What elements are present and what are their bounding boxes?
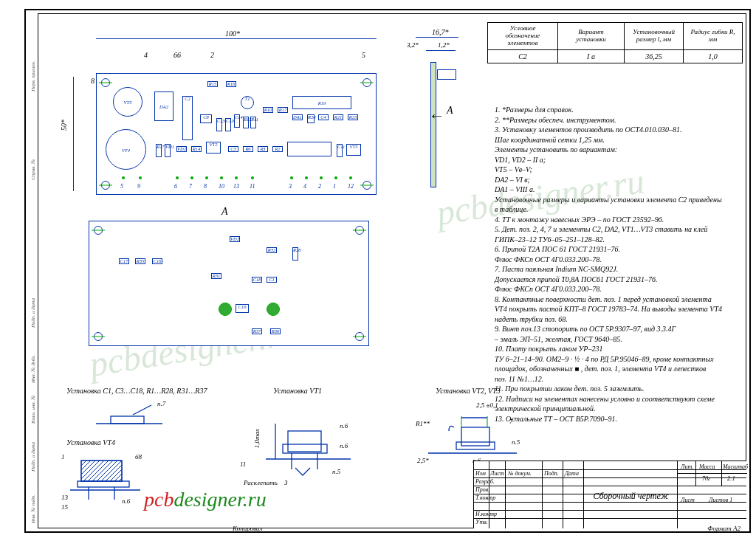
svg-rect-2	[81, 461, 122, 481]
svg-rect-0	[111, 416, 144, 424]
callout: п.5	[332, 468, 340, 475]
table-cell: I а	[558, 49, 625, 63]
margin-label: Инв. № подп.	[30, 494, 36, 523]
comp: R35	[135, 258, 145, 264]
pad-num: 11	[250, 183, 255, 190]
comp: R3	[258, 146, 268, 152]
comp-c2: C2	[182, 96, 193, 140]
callout: 15	[61, 503, 68, 511]
drawing-sheet: pcbdesigner.ru pcbdesigner.ru Перв. прим…	[24, 9, 751, 533]
comp: R32	[267, 247, 277, 253]
dim: 1,0max	[253, 429, 261, 448]
kopir-label: Копировал	[233, 525, 262, 532]
comp: C3	[228, 146, 238, 152]
via	[219, 303, 232, 316]
comp: C19	[236, 304, 249, 313]
pad-num: 1	[333, 183, 336, 190]
table-cell: C2	[488, 49, 558, 63]
url-watermark: pcbdesigner.ru	[144, 488, 267, 511]
pad-num: 2	[318, 183, 321, 190]
callout: п.7	[157, 400, 165, 407]
comp: C8	[200, 114, 212, 123]
table-header: Вариант установки	[558, 23, 625, 50]
callout: 2	[210, 51, 214, 59]
comp-vt5b: VT5	[346, 144, 361, 156]
callout: 68	[135, 453, 142, 461]
comp: VD1	[165, 144, 171, 157]
table-header: Радиус гибки R, мм	[684, 23, 743, 50]
comp-block	[287, 142, 331, 156]
comp: C10	[225, 118, 231, 131]
section-label: А	[221, 206, 228, 218]
comp: R21	[333, 114, 343, 120]
callout: 7	[509, 418, 513, 425]
callout: Расклепать	[244, 479, 278, 486]
comp: R17	[278, 107, 288, 113]
mounting-table: Условное обозначение элементов Вариант у…	[487, 22, 743, 63]
comp: VD2	[176, 146, 187, 152]
comp: C11	[337, 144, 343, 157]
comp-t1: T1	[241, 96, 254, 109]
callout: п.6	[340, 422, 348, 430]
comp: R6	[243, 146, 253, 152]
dim-width: 100*	[225, 30, 240, 38]
callout: R1**	[416, 420, 430, 427]
side-comp	[437, 69, 456, 80]
comp: R37	[252, 328, 262, 334]
pad-num: 12	[348, 183, 354, 190]
comp: R2	[272, 146, 283, 152]
pcb-front-view: 100* 50* 4 66 2 5 8 VT5 VT4 DA2 C2 R15 R…	[78, 32, 388, 202]
pad-num: 3	[289, 183, 292, 190]
detail-label: Установка VT2, VT3	[436, 387, 501, 395]
section-letter: А	[447, 105, 453, 117]
callout: 8	[91, 77, 94, 85]
pad-num: 5	[120, 183, 123, 190]
margin-label: Подп. и дата	[30, 442, 36, 472]
comp: C14	[234, 114, 240, 128]
callout: 3	[284, 479, 288, 486]
comp-da1: R19	[292, 96, 351, 109]
callout: п.6	[122, 497, 130, 505]
comp: C17	[119, 258, 129, 264]
comp: C16	[152, 258, 162, 264]
table-header: Установочный размер l, мм	[625, 23, 684, 50]
margin-label: Инв. № дубл.	[30, 355, 36, 383]
table-cell: 36,25	[625, 49, 684, 63]
comp: R27	[156, 144, 162, 157]
svg-rect-8	[288, 431, 321, 452]
drawing-title: Сборочный чертеж	[588, 491, 673, 502]
comp: R20	[307, 114, 315, 123]
comp: R15	[207, 81, 218, 87]
via	[267, 303, 280, 316]
dim: 16,7*	[432, 28, 449, 36]
comp: R36	[270, 328, 281, 334]
comp: R16	[226, 81, 236, 87]
margin-label: Перв. примен.	[30, 61, 36, 92]
comp-vt2: VT2	[206, 142, 221, 154]
section-arrow: ←	[428, 106, 444, 125]
dim-height: 50*	[60, 120, 68, 131]
pad-num: 13	[233, 183, 239, 190]
pad-num: 8	[204, 183, 207, 190]
technical-notes: 1. *Размеры для справок.2. **Размеры обе…	[495, 105, 756, 424]
detail-vt1	[247, 401, 373, 490]
pad-num: 9	[137, 183, 140, 190]
callout: 5	[362, 51, 365, 59]
pad-num: 7	[189, 183, 192, 190]
format-label: Формат А2	[707, 525, 740, 532]
margin-label: Подп. и дата	[30, 298, 36, 328]
comp: R23	[348, 114, 358, 120]
callout: 1	[61, 453, 65, 461]
table-header: Условное обозначение элементов	[488, 23, 558, 50]
pcb-outline: VT5 VT4 DA2 C2 R15 R16 C8 C13 C10 C14 R1…	[96, 73, 377, 195]
detail-label: Установка VT4	[66, 438, 115, 446]
comp: DA1	[292, 114, 303, 120]
pad-num: 6	[174, 183, 177, 190]
callout: 2,5 ±0,1	[476, 401, 498, 409]
comp: C18	[252, 277, 262, 283]
callout: 13	[61, 494, 68, 501]
comp-da2: DA2	[154, 92, 173, 121]
svg-rect-14	[461, 427, 489, 446]
callout: 11	[240, 461, 246, 468]
pad-num: 10	[219, 183, 224, 190]
